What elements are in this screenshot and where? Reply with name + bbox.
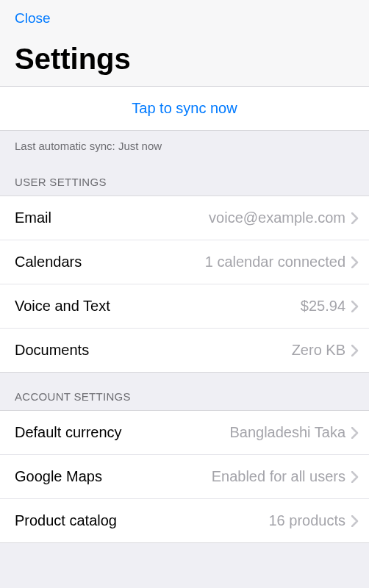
chevron-right-icon [351, 212, 359, 224]
row-label: Calendars [15, 254, 82, 270]
chevron-right-icon [351, 471, 359, 483]
row-label: Documents [15, 342, 89, 359]
chevron-right-icon [351, 257, 359, 268]
row-calendars[interactable]: Calendars 1 calendar connected [0, 240, 369, 284]
row-value: 1 calendar connected [82, 254, 351, 270]
row-documents[interactable]: Documents Zero KB [0, 329, 369, 372]
row-default-currency[interactable]: Default currency Bangladeshi Taka [0, 411, 369, 455]
row-voice-text[interactable]: Voice and Text $25.94 [0, 284, 369, 329]
chevron-right-icon [351, 345, 359, 356]
section-user-settings: Email voice@example.com Calendars 1 cale… [0, 196, 369, 373]
section-header-account: ACCOUNT SETTINGS [0, 373, 369, 410]
sync-now-button[interactable]: Tap to sync now [132, 100, 237, 117]
section-account-settings: Default currency Bangladeshi Taka Google… [0, 410, 369, 543]
row-email[interactable]: Email voice@example.com [0, 196, 369, 240]
chevron-right-icon [351, 427, 359, 439]
close-button[interactable]: Close [15, 7, 51, 29]
row-label: Product catalog [15, 512, 117, 529]
chevron-right-icon [351, 301, 359, 312]
chevron-right-icon [351, 515, 359, 527]
row-product-catalog[interactable]: Product catalog 16 products [0, 499, 369, 542]
row-value: Bangladeshi Taka [122, 424, 351, 441]
sync-status: Last automatic sync: Just now [0, 131, 369, 158]
section-header-user: USER SETTINGS [0, 158, 369, 196]
header: Close [0, 0, 369, 29]
row-value: Zero KB [89, 342, 351, 359]
row-label: Email [15, 209, 51, 226]
row-value: Enabled for all users [102, 468, 351, 485]
row-label: Default currency [15, 424, 122, 441]
sync-bar[interactable]: Tap to sync now [0, 86, 369, 131]
row-value: 16 products [117, 512, 351, 529]
page-title: Settings [0, 29, 369, 86]
row-label: Voice and Text [15, 298, 110, 315]
row-value: $25.94 [110, 298, 351, 315]
row-google-maps[interactable]: Google Maps Enabled for all users [0, 455, 369, 499]
row-value: voice@example.com [51, 209, 351, 226]
row-label: Google Maps [15, 468, 102, 485]
